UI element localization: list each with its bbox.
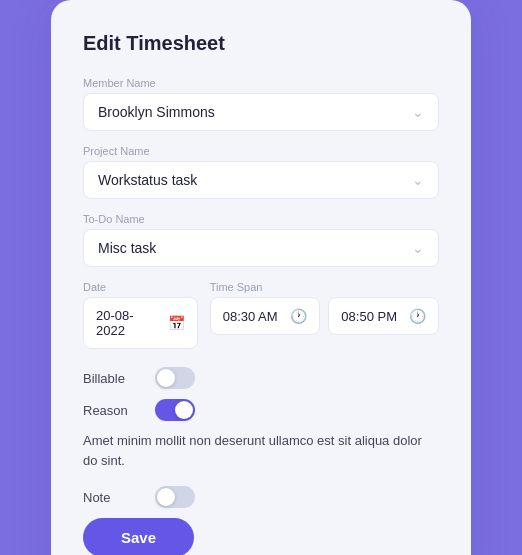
reason-toggle-knob <box>175 401 193 419</box>
todo-name-group: To-Do Name Misc task ⌄ <box>83 213 439 267</box>
calendar-icon: 📅 <box>168 315 185 331</box>
date-label: Date <box>83 281 198 293</box>
time-start-value: 08:30 AM <box>223 309 278 324</box>
note-toggle[interactable] <box>155 486 195 508</box>
date-col: Date 20-08-2022 📅 <box>83 281 198 349</box>
todo-name-value: Misc task <box>98 240 156 256</box>
member-name-select[interactable]: Brooklyn Simmons ⌄ <box>83 93 439 131</box>
edit-timesheet-card: Edit Timesheet Member Name Brooklyn Simm… <box>51 0 471 555</box>
page-title: Edit Timesheet <box>83 32 439 55</box>
project-name-select[interactable]: Workstatus task ⌄ <box>83 161 439 199</box>
date-time-row: Date 20-08-2022 📅 Time Span 08:30 AM 🕐 0… <box>83 281 439 349</box>
date-input[interactable]: 20-08-2022 📅 <box>83 297 198 349</box>
reason-row: Reason <box>83 399 439 421</box>
time-end-value: 08:50 PM <box>341 309 397 324</box>
date-value: 20-08-2022 <box>96 308 162 338</box>
todo-name-select[interactable]: Misc task ⌄ <box>83 229 439 267</box>
time-span-col: Time Span 08:30 AM 🕐 08:50 PM 🕐 <box>210 281 439 349</box>
billable-toggle[interactable] <box>155 367 195 389</box>
clock-icon: 🕐 <box>290 308 307 324</box>
reason-label: Reason <box>83 403 141 418</box>
time-start-input[interactable]: 08:30 AM 🕐 <box>210 297 321 335</box>
chevron-down-icon: ⌄ <box>412 104 424 120</box>
note-label: Note <box>83 490 141 505</box>
member-name-value: Brooklyn Simmons <box>98 104 215 120</box>
time-inputs: 08:30 AM 🕐 08:50 PM 🕐 <box>210 297 439 335</box>
reason-toggle[interactable] <box>155 399 195 421</box>
chevron-down-icon: ⌄ <box>412 172 424 188</box>
reason-text: Amet minim mollit non deserunt ullamco e… <box>83 431 439 470</box>
note-row: Note <box>83 486 439 508</box>
time-end-input[interactable]: 08:50 PM 🕐 <box>328 297 439 335</box>
chevron-down-icon: ⌄ <box>412 240 424 256</box>
todo-name-label: To-Do Name <box>83 213 439 225</box>
billable-label: Billable <box>83 371 141 386</box>
project-name-group: Project Name Workstatus task ⌄ <box>83 145 439 199</box>
billable-row: Billable <box>83 367 439 389</box>
note-toggle-knob <box>157 488 175 506</box>
member-name-group: Member Name Brooklyn Simmons ⌄ <box>83 77 439 131</box>
billable-toggle-knob <box>157 369 175 387</box>
clock-icon: 🕐 <box>409 308 426 324</box>
time-span-label: Time Span <box>210 281 439 293</box>
save-button[interactable]: Save <box>83 518 194 555</box>
member-name-label: Member Name <box>83 77 439 89</box>
project-name-label: Project Name <box>83 145 439 157</box>
project-name-value: Workstatus task <box>98 172 197 188</box>
